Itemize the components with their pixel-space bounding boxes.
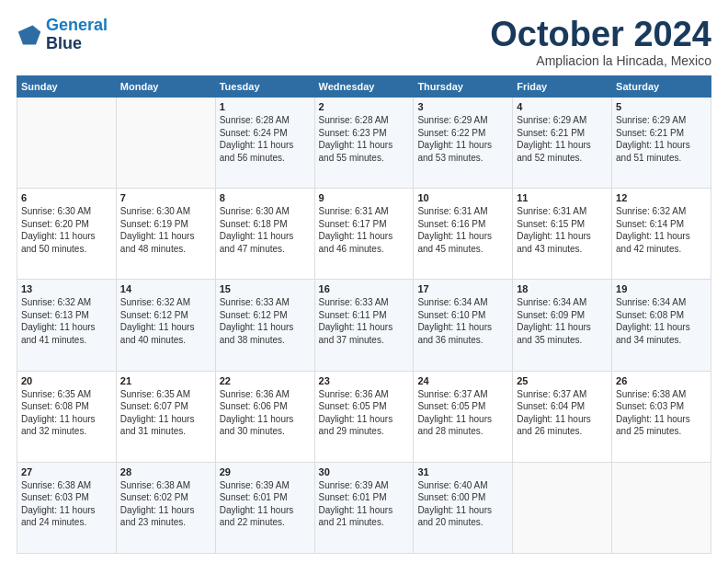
day-info: Sunrise: 6:32 AM Sunset: 6:14 PM Dayligh…: [616, 205, 707, 255]
table-cell: 9Sunrise: 6:31 AM Sunset: 6:17 PM Daylig…: [314, 189, 414, 280]
day-number: 24: [417, 375, 508, 386]
table-cell: 22Sunrise: 6:36 AM Sunset: 6:06 PM Dayli…: [215, 371, 314, 462]
day-info: Sunrise: 6:30 AM Sunset: 6:18 PM Dayligh…: [220, 205, 311, 255]
logo-icon: [17, 22, 42, 48]
day-number: 7: [120, 192, 211, 203]
month-title: October 2024: [490, 17, 711, 52]
table-cell: 10Sunrise: 6:31 AM Sunset: 6:16 PM Dayli…: [414, 189, 513, 280]
table-cell: 13Sunrise: 6:32 AM Sunset: 6:13 PM Dayli…: [17, 280, 117, 371]
day-info: Sunrise: 6:40 AM Sunset: 6:00 PM Dayligh…: [417, 479, 508, 529]
day-info: Sunrise: 6:31 AM Sunset: 6:16 PM Dayligh…: [417, 205, 508, 255]
day-number: 10: [417, 192, 508, 203]
day-info: Sunrise: 6:38 AM Sunset: 6:03 PM Dayligh…: [616, 388, 707, 438]
table-cell: 27Sunrise: 6:38 AM Sunset: 6:03 PM Dayli…: [17, 462, 117, 553]
table-cell: 4Sunrise: 6:29 AM Sunset: 6:21 PM Daylig…: [513, 98, 612, 189]
table-cell: 29Sunrise: 6:39 AM Sunset: 6:01 PM Dayli…: [215, 462, 314, 553]
week-row-1: 6Sunrise: 6:30 AM Sunset: 6:20 PM Daylig…: [17, 189, 711, 280]
day-number: 15: [220, 283, 311, 294]
day-info: Sunrise: 6:39 AM Sunset: 6:01 PM Dayligh…: [319, 479, 410, 529]
day-info: Sunrise: 6:30 AM Sunset: 6:19 PM Dayligh…: [120, 205, 211, 255]
table-cell: [513, 462, 612, 553]
header-sunday: Sunday: [17, 76, 117, 98]
day-number: 31: [417, 466, 508, 477]
day-info: Sunrise: 6:39 AM Sunset: 6:01 PM Dayligh…: [220, 479, 311, 529]
header-tuesday: Tuesday: [215, 76, 314, 98]
day-info: Sunrise: 6:33 AM Sunset: 6:12 PM Dayligh…: [220, 296, 311, 346]
svg-marker-0: [18, 25, 41, 44]
day-info: Sunrise: 6:34 AM Sunset: 6:10 PM Dayligh…: [417, 296, 508, 346]
table-cell: 15Sunrise: 6:33 AM Sunset: 6:12 PM Dayli…: [215, 280, 314, 371]
day-number: 4: [517, 101, 608, 112]
header-friday: Friday: [513, 76, 612, 98]
subtitle: Ampliacion la Hincada, Mexico: [490, 53, 711, 68]
table-cell: 2Sunrise: 6:28 AM Sunset: 6:23 PM Daylig…: [314, 98, 414, 189]
day-number: 21: [120, 375, 211, 386]
day-info: Sunrise: 6:32 AM Sunset: 6:13 PM Dayligh…: [21, 296, 112, 346]
header-monday: Monday: [116, 76, 215, 98]
day-number: 6: [21, 192, 112, 203]
table-cell: 14Sunrise: 6:32 AM Sunset: 6:12 PM Dayli…: [116, 280, 215, 371]
day-info: Sunrise: 6:35 AM Sunset: 6:08 PM Dayligh…: [21, 388, 112, 438]
day-info: Sunrise: 6:33 AM Sunset: 6:11 PM Dayligh…: [319, 296, 410, 346]
day-info: Sunrise: 6:37 AM Sunset: 6:05 PM Dayligh…: [417, 388, 508, 438]
day-number: 27: [21, 466, 112, 477]
day-number: 11: [517, 192, 608, 203]
table-cell: 26Sunrise: 6:38 AM Sunset: 6:03 PM Dayli…: [612, 371, 711, 462]
day-number: 17: [417, 283, 508, 294]
header-wednesday: Wednesday: [314, 76, 414, 98]
calendar-table: Sunday Monday Tuesday Wednesday Thursday…: [17, 75, 711, 554]
day-number: 8: [220, 192, 311, 203]
page: General Blue October 2024 Ampliacion la …: [0, 0, 728, 563]
week-row-0: 1Sunrise: 6:28 AM Sunset: 6:24 PM Daylig…: [17, 98, 711, 189]
table-cell: 25Sunrise: 6:37 AM Sunset: 6:04 PM Dayli…: [513, 371, 612, 462]
day-info: Sunrise: 6:38 AM Sunset: 6:02 PM Dayligh…: [120, 479, 211, 529]
day-number: 20: [21, 375, 112, 386]
logo: General Blue: [17, 17, 108, 53]
day-number: 28: [120, 466, 211, 477]
day-number: 19: [616, 283, 707, 294]
table-cell: 19Sunrise: 6:34 AM Sunset: 6:08 PM Dayli…: [612, 280, 711, 371]
calendar-header-row: Sunday Monday Tuesday Wednesday Thursday…: [17, 76, 711, 98]
table-cell: 24Sunrise: 6:37 AM Sunset: 6:05 PM Dayli…: [414, 371, 513, 462]
day-number: 3: [417, 101, 508, 112]
day-number: 26: [616, 375, 707, 386]
day-info: Sunrise: 6:34 AM Sunset: 6:09 PM Dayligh…: [517, 296, 608, 346]
day-info: Sunrise: 6:30 AM Sunset: 6:20 PM Dayligh…: [21, 205, 112, 255]
table-cell: 23Sunrise: 6:36 AM Sunset: 6:05 PM Dayli…: [314, 371, 414, 462]
table-cell: 31Sunrise: 6:40 AM Sunset: 6:00 PM Dayli…: [414, 462, 513, 553]
table-cell: 6Sunrise: 6:30 AM Sunset: 6:20 PM Daylig…: [17, 189, 117, 280]
table-cell: 17Sunrise: 6:34 AM Sunset: 6:10 PM Dayli…: [414, 280, 513, 371]
day-info: Sunrise: 6:37 AM Sunset: 6:04 PM Dayligh…: [517, 388, 608, 438]
table-cell: [17, 98, 117, 189]
day-number: 30: [319, 466, 410, 477]
day-info: Sunrise: 6:29 AM Sunset: 6:22 PM Dayligh…: [417, 114, 508, 164]
day-info: Sunrise: 6:36 AM Sunset: 6:05 PM Dayligh…: [319, 388, 410, 438]
day-info: Sunrise: 6:29 AM Sunset: 6:21 PM Dayligh…: [517, 114, 608, 164]
header-saturday: Saturday: [612, 76, 711, 98]
week-row-3: 20Sunrise: 6:35 AM Sunset: 6:08 PM Dayli…: [17, 371, 711, 462]
table-cell: 5Sunrise: 6:29 AM Sunset: 6:21 PM Daylig…: [612, 98, 711, 189]
table-cell: 18Sunrise: 6:34 AM Sunset: 6:09 PM Dayli…: [513, 280, 612, 371]
header: General Blue October 2024 Ampliacion la …: [17, 17, 711, 68]
week-row-4: 27Sunrise: 6:38 AM Sunset: 6:03 PM Dayli…: [17, 462, 711, 553]
title-block: October 2024 Ampliacion la Hincada, Mexi…: [490, 17, 711, 68]
day-number: 2: [319, 101, 410, 112]
day-info: Sunrise: 6:32 AM Sunset: 6:12 PM Dayligh…: [120, 296, 211, 346]
day-info: Sunrise: 6:36 AM Sunset: 6:06 PM Dayligh…: [220, 388, 311, 438]
day-number: 23: [319, 375, 410, 386]
day-info: Sunrise: 6:29 AM Sunset: 6:21 PM Dayligh…: [616, 114, 707, 164]
table-cell: 3Sunrise: 6:29 AM Sunset: 6:22 PM Daylig…: [414, 98, 513, 189]
day-number: 22: [220, 375, 311, 386]
day-info: Sunrise: 6:34 AM Sunset: 6:08 PM Dayligh…: [616, 296, 707, 346]
day-number: 29: [220, 466, 311, 477]
day-number: 18: [517, 283, 608, 294]
logo-text: General Blue: [46, 17, 108, 53]
day-number: 14: [120, 283, 211, 294]
table-cell: 30Sunrise: 6:39 AM Sunset: 6:01 PM Dayli…: [314, 462, 414, 553]
table-cell: 11Sunrise: 6:31 AM Sunset: 6:15 PM Dayli…: [513, 189, 612, 280]
table-cell: 21Sunrise: 6:35 AM Sunset: 6:07 PM Dayli…: [116, 371, 215, 462]
day-info: Sunrise: 6:38 AM Sunset: 6:03 PM Dayligh…: [21, 479, 112, 529]
table-cell: 16Sunrise: 6:33 AM Sunset: 6:11 PM Dayli…: [314, 280, 414, 371]
table-cell: [116, 98, 215, 189]
day-number: 16: [319, 283, 410, 294]
